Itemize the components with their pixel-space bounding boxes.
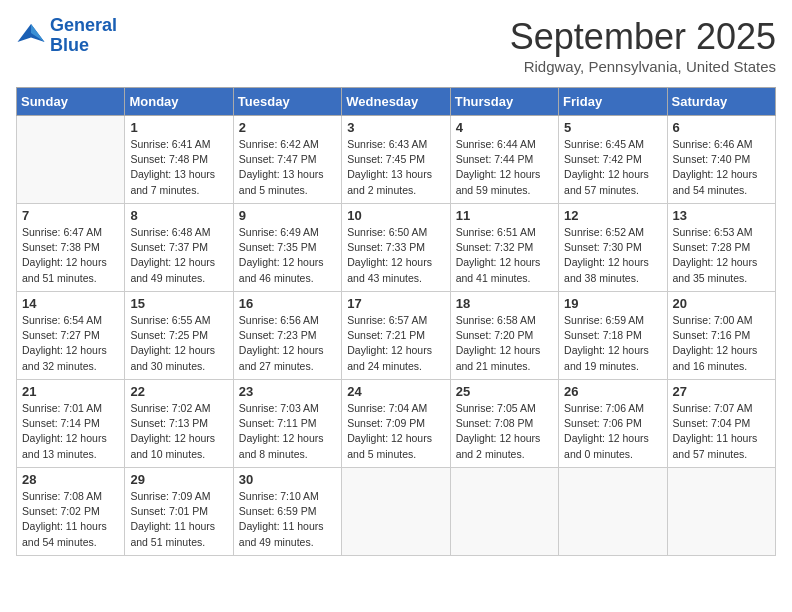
calendar-cell: 20Sunrise: 7:00 AM Sunset: 7:16 PM Dayli…: [667, 292, 775, 380]
calendar-cell: [17, 116, 125, 204]
calendar-week-row: 28Sunrise: 7:08 AM Sunset: 7:02 PM Dayli…: [17, 468, 776, 556]
day-number: 20: [673, 296, 770, 311]
day-info: Sunrise: 6:41 AM Sunset: 7:48 PM Dayligh…: [130, 137, 227, 198]
day-number: 9: [239, 208, 336, 223]
day-number: 30: [239, 472, 336, 487]
calendar-cell: 18Sunrise: 6:58 AM Sunset: 7:20 PM Dayli…: [450, 292, 558, 380]
day-number: 19: [564, 296, 661, 311]
day-info: Sunrise: 6:49 AM Sunset: 7:35 PM Dayligh…: [239, 225, 336, 286]
calendar-cell: 5Sunrise: 6:45 AM Sunset: 7:42 PM Daylig…: [559, 116, 667, 204]
day-number: 25: [456, 384, 553, 399]
weekday-header: Monday: [125, 88, 233, 116]
calendar-cell: 17Sunrise: 6:57 AM Sunset: 7:21 PM Dayli…: [342, 292, 450, 380]
calendar-cell: 13Sunrise: 6:53 AM Sunset: 7:28 PM Dayli…: [667, 204, 775, 292]
calendar-cell: [667, 468, 775, 556]
day-info: Sunrise: 6:48 AM Sunset: 7:37 PM Dayligh…: [130, 225, 227, 286]
calendar-cell: 3Sunrise: 6:43 AM Sunset: 7:45 PM Daylig…: [342, 116, 450, 204]
calendar-cell: [342, 468, 450, 556]
calendar-cell: 15Sunrise: 6:55 AM Sunset: 7:25 PM Dayli…: [125, 292, 233, 380]
day-number: 6: [673, 120, 770, 135]
day-info: Sunrise: 6:45 AM Sunset: 7:42 PM Dayligh…: [564, 137, 661, 198]
day-number: 8: [130, 208, 227, 223]
weekday-header: Saturday: [667, 88, 775, 116]
weekday-header: Friday: [559, 88, 667, 116]
day-number: 26: [564, 384, 661, 399]
day-number: 5: [564, 120, 661, 135]
calendar-week-row: 7Sunrise: 6:47 AM Sunset: 7:38 PM Daylig…: [17, 204, 776, 292]
day-info: Sunrise: 7:02 AM Sunset: 7:13 PM Dayligh…: [130, 401, 227, 462]
calendar-cell: 28Sunrise: 7:08 AM Sunset: 7:02 PM Dayli…: [17, 468, 125, 556]
calendar-cell: 9Sunrise: 6:49 AM Sunset: 7:35 PM Daylig…: [233, 204, 341, 292]
calendar-cell: 26Sunrise: 7:06 AM Sunset: 7:06 PM Dayli…: [559, 380, 667, 468]
day-number: 16: [239, 296, 336, 311]
location-subtitle: Ridgway, Pennsylvania, United States: [510, 58, 776, 75]
day-info: Sunrise: 7:09 AM Sunset: 7:01 PM Dayligh…: [130, 489, 227, 550]
day-info: Sunrise: 6:54 AM Sunset: 7:27 PM Dayligh…: [22, 313, 119, 374]
day-info: Sunrise: 6:52 AM Sunset: 7:30 PM Dayligh…: [564, 225, 661, 286]
calendar-cell: 10Sunrise: 6:50 AM Sunset: 7:33 PM Dayli…: [342, 204, 450, 292]
day-number: 21: [22, 384, 119, 399]
day-number: 18: [456, 296, 553, 311]
day-info: Sunrise: 7:00 AM Sunset: 7:16 PM Dayligh…: [673, 313, 770, 374]
calendar-cell: 2Sunrise: 6:42 AM Sunset: 7:47 PM Daylig…: [233, 116, 341, 204]
weekday-header: Thursday: [450, 88, 558, 116]
logo-text: General Blue: [50, 16, 117, 56]
day-number: 11: [456, 208, 553, 223]
calendar-cell: 21Sunrise: 7:01 AM Sunset: 7:14 PM Dayli…: [17, 380, 125, 468]
day-info: Sunrise: 6:42 AM Sunset: 7:47 PM Dayligh…: [239, 137, 336, 198]
calendar-cell: 12Sunrise: 6:52 AM Sunset: 7:30 PM Dayli…: [559, 204, 667, 292]
day-number: 12: [564, 208, 661, 223]
day-number: 14: [22, 296, 119, 311]
day-number: 22: [130, 384, 227, 399]
day-info: Sunrise: 7:01 AM Sunset: 7:14 PM Dayligh…: [22, 401, 119, 462]
day-number: 7: [22, 208, 119, 223]
day-number: 3: [347, 120, 444, 135]
day-info: Sunrise: 6:51 AM Sunset: 7:32 PM Dayligh…: [456, 225, 553, 286]
day-number: 23: [239, 384, 336, 399]
month-title: September 2025: [510, 16, 776, 58]
title-block: September 2025 Ridgway, Pennsylvania, Un…: [510, 16, 776, 75]
day-info: Sunrise: 6:57 AM Sunset: 7:21 PM Dayligh…: [347, 313, 444, 374]
day-info: Sunrise: 6:47 AM Sunset: 7:38 PM Dayligh…: [22, 225, 119, 286]
day-number: 24: [347, 384, 444, 399]
calendar-cell: 19Sunrise: 6:59 AM Sunset: 7:18 PM Dayli…: [559, 292, 667, 380]
calendar-cell: 11Sunrise: 6:51 AM Sunset: 7:32 PM Dayli…: [450, 204, 558, 292]
page-header: General Blue September 2025 Ridgway, Pen…: [16, 16, 776, 75]
day-info: Sunrise: 7:10 AM Sunset: 6:59 PM Dayligh…: [239, 489, 336, 550]
day-number: 27: [673, 384, 770, 399]
calendar-cell: [450, 468, 558, 556]
day-info: Sunrise: 6:59 AM Sunset: 7:18 PM Dayligh…: [564, 313, 661, 374]
day-info: Sunrise: 7:04 AM Sunset: 7:09 PM Dayligh…: [347, 401, 444, 462]
calendar-cell: 8Sunrise: 6:48 AM Sunset: 7:37 PM Daylig…: [125, 204, 233, 292]
calendar-cell: 14Sunrise: 6:54 AM Sunset: 7:27 PM Dayli…: [17, 292, 125, 380]
day-number: 28: [22, 472, 119, 487]
weekday-header: Tuesday: [233, 88, 341, 116]
calendar-cell: 24Sunrise: 7:04 AM Sunset: 7:09 PM Dayli…: [342, 380, 450, 468]
calendar-cell: [559, 468, 667, 556]
day-info: Sunrise: 7:08 AM Sunset: 7:02 PM Dayligh…: [22, 489, 119, 550]
day-number: 29: [130, 472, 227, 487]
day-info: Sunrise: 6:50 AM Sunset: 7:33 PM Dayligh…: [347, 225, 444, 286]
calendar-cell: 6Sunrise: 6:46 AM Sunset: 7:40 PM Daylig…: [667, 116, 775, 204]
calendar-cell: 7Sunrise: 6:47 AM Sunset: 7:38 PM Daylig…: [17, 204, 125, 292]
day-info: Sunrise: 7:05 AM Sunset: 7:08 PM Dayligh…: [456, 401, 553, 462]
calendar-cell: 16Sunrise: 6:56 AM Sunset: 7:23 PM Dayli…: [233, 292, 341, 380]
calendar-week-row: 21Sunrise: 7:01 AM Sunset: 7:14 PM Dayli…: [17, 380, 776, 468]
day-info: Sunrise: 6:53 AM Sunset: 7:28 PM Dayligh…: [673, 225, 770, 286]
day-info: Sunrise: 7:06 AM Sunset: 7:06 PM Dayligh…: [564, 401, 661, 462]
weekday-header-row: SundayMondayTuesdayWednesdayThursdayFrid…: [17, 88, 776, 116]
day-number: 10: [347, 208, 444, 223]
calendar-cell: 4Sunrise: 6:44 AM Sunset: 7:44 PM Daylig…: [450, 116, 558, 204]
day-info: Sunrise: 7:03 AM Sunset: 7:11 PM Dayligh…: [239, 401, 336, 462]
calendar-cell: 1Sunrise: 6:41 AM Sunset: 7:48 PM Daylig…: [125, 116, 233, 204]
day-number: 2: [239, 120, 336, 135]
logo: General Blue: [16, 16, 117, 56]
weekday-header: Sunday: [17, 88, 125, 116]
day-info: Sunrise: 6:44 AM Sunset: 7:44 PM Dayligh…: [456, 137, 553, 198]
calendar-cell: 29Sunrise: 7:09 AM Sunset: 7:01 PM Dayli…: [125, 468, 233, 556]
day-info: Sunrise: 7:07 AM Sunset: 7:04 PM Dayligh…: [673, 401, 770, 462]
weekday-header: Wednesday: [342, 88, 450, 116]
day-info: Sunrise: 6:56 AM Sunset: 7:23 PM Dayligh…: [239, 313, 336, 374]
day-info: Sunrise: 6:46 AM Sunset: 7:40 PM Dayligh…: [673, 137, 770, 198]
day-number: 4: [456, 120, 553, 135]
